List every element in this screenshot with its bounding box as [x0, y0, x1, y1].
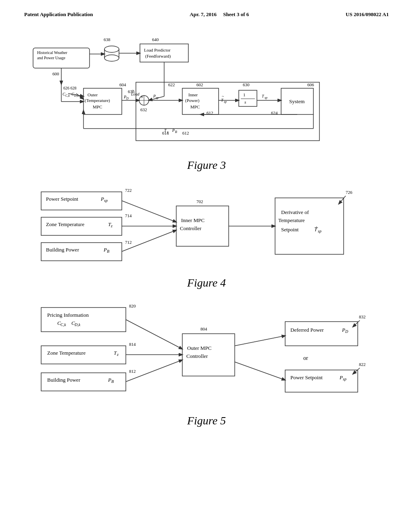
svg-line-136 [235, 336, 285, 346]
svg-text:P: P [108, 377, 111, 383]
svg-text:602: 602 [196, 82, 203, 87]
svg-text:Outer MPC: Outer MPC [187, 345, 211, 351]
svg-text:System: System [289, 98, 305, 104]
figure-5-label: Figure 5 [24, 414, 389, 427]
publication-label: Patent Application Publication [24, 11, 93, 17]
figure-3-section: Historical Weather and Power Usage 638 6… [24, 26, 389, 172]
svg-text:T: T [114, 350, 117, 356]
svg-text:604: 604 [119, 82, 126, 87]
svg-text:Power Setpoint: Power Setpoint [46, 196, 78, 202]
svg-text:D,k: D,k [74, 322, 81, 327]
svg-rect-146 [285, 370, 358, 392]
svg-text:612: 612 [182, 131, 189, 135]
svg-text:MPC: MPC [93, 104, 102, 109]
figure-4-diagram: Power Setpoint P sp Zone Temperature T z… [24, 184, 389, 272]
svg-text:MPC: MPC [190, 104, 200, 109]
svg-text:Power Setpoint: Power Setpoint [290, 374, 323, 380]
svg-rect-50 [239, 90, 257, 106]
figure-3-svg: Historical Weather and Power Usage 638 6… [25, 26, 388, 155]
svg-text:P: P [103, 247, 107, 253]
sheet-info: Sheet 3 of 6 [223, 11, 249, 17]
svg-text:Outer: Outer [88, 92, 98, 97]
svg-text:722: 722 [125, 188, 132, 193]
svg-text:822: 822 [359, 362, 366, 367]
svg-text:C,k: C,k [60, 322, 66, 327]
page-content: Historical Weather and Power Usage 638 6… [0, 18, 413, 447]
figure-4-section: Power Setpoint P sp Zone Temperature T z… [24, 184, 389, 289]
svg-text:622: 622 [168, 82, 175, 87]
svg-text:Pricing Information: Pricing Information [47, 312, 89, 318]
svg-text:1: 1 [243, 92, 246, 97]
svg-rect-10 [140, 44, 188, 62]
svg-text:(Temperature): (Temperature) [85, 98, 110, 103]
figure-3-diagram: Historical Weather and Power Usage 638 6… [24, 26, 389, 155]
page-header: Patent Application Publication Apr. 7, 2… [0, 0, 413, 18]
svg-text:C: C [63, 92, 65, 96]
svg-text:D: D [126, 97, 129, 100]
svg-point-4 [104, 46, 119, 52]
svg-text:z: z [111, 224, 113, 228]
svg-point-7 [104, 55, 119, 61]
svg-text:630: 630 [243, 82, 250, 87]
svg-text:sp: sp [104, 198, 108, 203]
svg-text:Load: Load [131, 92, 140, 96]
svg-text:626 628: 626 628 [63, 86, 77, 90]
svg-text:702: 702 [196, 199, 203, 204]
svg-text:(Power): (Power) [185, 98, 200, 103]
svg-text:P: P [339, 374, 343, 380]
svg-text:820: 820 [129, 303, 136, 308]
svg-line-150 [235, 362, 285, 380]
figure-5-svg: Pricing Information C C,k C D,k Zone Tem… [29, 301, 384, 410]
svg-text:804: 804 [200, 326, 207, 331]
figure-5-diagram: Pricing Information C C,k C D,k Zone Tem… [24, 301, 389, 410]
svg-text:Controller: Controller [186, 353, 208, 359]
svg-text:+: + [140, 94, 144, 100]
svg-text:726: 726 [346, 190, 353, 195]
svg-line-96 [122, 201, 176, 222]
svg-text:(Feedforward): (Feedforward) [145, 54, 171, 59]
svg-text:812: 812 [129, 369, 136, 374]
svg-text:600: 600 [52, 71, 59, 76]
svg-text:P: P [342, 327, 345, 333]
svg-text:or: or [303, 355, 308, 361]
svg-text:Inner MPC: Inner MPC [181, 217, 204, 223]
svg-text:sp: sp [224, 100, 227, 104]
svg-text:Zone Temperature: Zone Temperature [47, 350, 86, 356]
svg-text:B: B [175, 130, 177, 134]
svg-line-111 [339, 196, 346, 204]
svg-rect-104 [275, 198, 344, 254]
svg-text:D: D [345, 329, 348, 334]
svg-text:Zone Temperature: Zone Temperature [46, 221, 84, 227]
svg-text:606: 606 [307, 82, 314, 87]
svg-text:P: P [100, 196, 104, 202]
header-right: US 2016/098022 A1 [346, 11, 389, 18]
header-left: Patent Application Publication [24, 11, 93, 18]
svg-text:814: 814 [129, 342, 136, 347]
svg-text:Temperature: Temperature [278, 217, 305, 223]
svg-text:Deferred Power: Deferred Power [290, 327, 324, 333]
svg-rect-112 [41, 308, 126, 332]
svg-text:C,k: C,k [65, 94, 70, 98]
svg-text:Controller: Controller [180, 225, 202, 231]
patent-number: US 2016/098022 A1 [346, 11, 389, 17]
svg-text:s: s [244, 100, 246, 104]
svg-text:sp: sp [265, 96, 267, 100]
figure-4-label: Figure 4 [24, 276, 389, 289]
svg-text:B: B [111, 379, 114, 384]
svg-text:638: 638 [104, 37, 111, 42]
svg-text:B: B [107, 249, 109, 254]
svg-text:sp: sp [156, 96, 159, 100]
svg-text:714: 714 [125, 213, 132, 218]
figure-5-section: Pricing Information C C,k C D,k Zone Tem… [24, 301, 389, 427]
svg-rect-137 [285, 322, 358, 346]
svg-text:T: T [262, 94, 265, 98]
pub-date: Apr. 7, 2016 [190, 11, 217, 17]
svg-text:sp: sp [343, 377, 346, 381]
figure-4-svg: Power Setpoint P sp Zone Temperature T z… [29, 184, 384, 272]
svg-line-145 [353, 368, 360, 374]
svg-text:P: P [172, 128, 175, 133]
svg-text:Inner: Inner [188, 92, 198, 97]
svg-text:632: 632 [140, 107, 147, 112]
svg-text:Load Predictor: Load Predictor [144, 48, 171, 52]
svg-text:Setpoint: Setpoint [281, 227, 299, 233]
